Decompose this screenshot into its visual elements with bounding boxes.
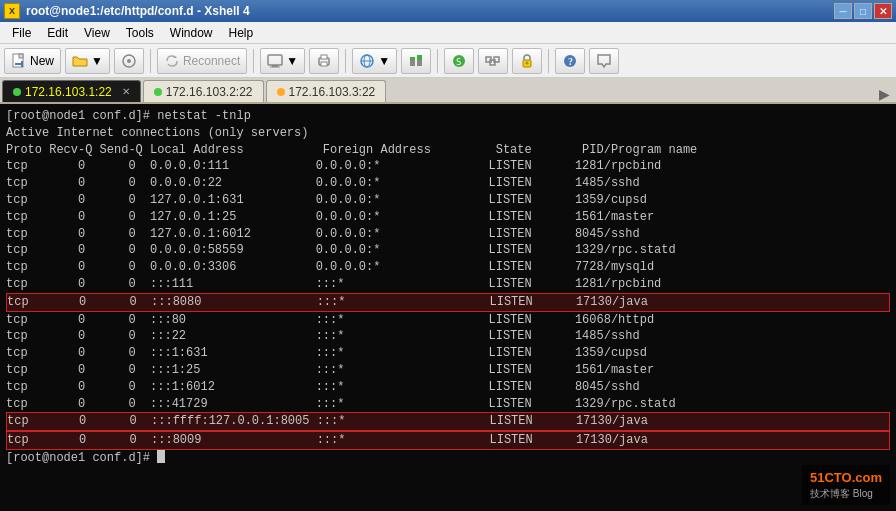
svg-text:S: S [456,57,461,67]
tab-2-label: 172.16.103.2:22 [166,85,253,99]
menu-bar: File Edit View Tools Window Help [0,22,896,44]
folder-icon [72,53,88,69]
screen-arrow: ▼ [286,54,298,68]
menu-edit[interactable]: Edit [39,24,76,42]
terminal-row: tcp 0 0 :::41729 :::* LISTEN 1329/rpc.st… [6,396,890,413]
svg-point-5 [127,59,131,63]
svg-point-25 [526,61,529,64]
toolbar-btn-9[interactable] [512,48,542,74]
network-arrow: ▼ [378,54,390,68]
toolbar-btn-3[interactable]: ▼ [260,48,305,74]
tab-3-label: 172.16.103.3:22 [289,85,376,99]
network-icon [359,53,375,69]
toolbar: New ▼ Reconnect [0,44,896,78]
separator-3 [345,49,346,73]
terminal-row: tcp 0 0 :::1:631 :::* LISTEN 1359/cupsd [6,345,890,362]
chat-icon [596,53,612,69]
print-icon [316,53,332,69]
terminal-row: tcp 0 0 0.0.0.0:22 0.0.0.0:* LISTEN 1485… [6,175,890,192]
separator-4 [437,49,438,73]
svg-rect-18 [417,55,422,60]
lock-icon [519,53,535,69]
screen-icon [267,53,283,69]
separator-1 [150,49,151,73]
toolbar-btn-8[interactable] [478,48,508,74]
icon8 [485,53,501,69]
terminal-row: tcp 0 0 0.0.0.0:58559 0.0.0.0:* LISTEN 1… [6,242,890,259]
reconnect-icon [164,53,180,69]
tab-dot-2 [154,88,162,96]
terminal-row: tcp 0 0 127.0.0.1:6012 0.0.0.0:* LISTEN … [6,226,890,243]
terminal-row: tcp 0 0 :::111 :::* LISTEN 1281/rpcbind [6,276,890,293]
svg-rect-1 [19,54,23,58]
tab-scroll-right[interactable]: ▶ [875,86,894,102]
tab-1[interactable]: 172.16.103.1:22 ✕ [2,80,141,102]
window-title: root@node1:/etc/httpd/conf.d - Xshell 4 [26,4,250,18]
menu-window[interactable]: Window [162,24,221,42]
new-label: New [30,54,54,68]
terminal-row: tcp 0 0 :::22 :::* LISTEN 1485/sshd [6,328,890,345]
terminal-row: tcp 0 0 0.0.0.0:111 0.0.0.0:* LISTEN 128… [6,158,890,175]
terminal-row: tcp 0 0 :::ffff:127.0.0.1:8005 :::* LIST… [6,412,890,431]
icon6 [408,53,424,69]
terminal-row: tcp 0 0 127.0.0.1:25 0.0.0.0:* LISTEN 15… [6,209,890,226]
title-bar: X root@node1:/etc/httpd/conf.d - Xshell … [0,0,896,22]
menu-view[interactable]: View [76,24,118,42]
new-button[interactable]: New [4,48,61,74]
cursor [157,450,165,463]
maximize-button[interactable]: □ [854,3,872,19]
watermark-subtitle: 技术博客 Blog [810,487,882,501]
close-button[interactable]: ✕ [874,3,892,19]
terminal-row: tcp 0 0 127.0.0.1:631 0.0.0.0:* LISTEN 1… [6,192,890,209]
tab-1-label: 172.16.103.1:22 [25,85,112,99]
terminal-row: tcp 0 0 0.0.0.0:3306 0.0.0.0:* LISTEN 77… [6,259,890,276]
question-icon: ? [562,53,578,69]
open-arrow: ▼ [91,54,103,68]
terminal-row: tcp 0 0 :::8080 :::* LISTEN 17130/java [6,293,890,312]
toolbar-btn-6[interactable] [401,48,431,74]
terminal-rows: tcp 0 0 0.0.0.0:111 0.0.0.0:* LISTEN 128… [6,158,890,450]
svg-rect-6 [268,55,282,65]
watermark-site: 51CTO.com [810,469,882,487]
terminal-prompt2: [root@node1 conf.d]# [6,450,890,467]
svg-rect-11 [321,62,327,66]
separator-5 [548,49,549,73]
properties-button[interactable] [114,48,144,74]
app-icon: X [4,3,20,19]
tab-dot-3 [277,88,285,96]
tab-1-close[interactable]: ✕ [122,86,130,97]
tab-3[interactable]: 172.16.103.3:22 [266,80,387,102]
reconnect-label: Reconnect [183,54,240,68]
menu-file[interactable]: File [4,24,39,42]
terminal-header: Proto Recv-Q Send-Q Local Address Foreig… [6,142,890,159]
svg-rect-17 [410,57,415,60]
terminal-line-1: Active Internet connections (only server… [6,125,890,142]
reconnect-button[interactable]: Reconnect [157,48,247,74]
svg-rect-3 [21,61,23,67]
terminal-line-prompt: [root@node1 conf.d]# netstat -tnlp [6,108,890,125]
tab-2[interactable]: 172.16.103.2:22 [143,80,264,102]
icon7: S [451,53,467,69]
new-icon [11,53,27,69]
properties-icon [121,53,137,69]
open-button[interactable]: ▼ [65,48,110,74]
toolbar-btn-4[interactable] [309,48,339,74]
watermark: 51CTO.com 技术博客 Blog [802,465,890,505]
terminal-row: tcp 0 0 :::1:25 :::* LISTEN 1561/master [6,362,890,379]
minimize-button[interactable]: ─ [834,3,852,19]
terminal[interactable]: [root@node1 conf.d]# netstat -tnlp Activ… [0,104,896,511]
terminal-row: tcp 0 0 :::8009 :::* LISTEN 17130/java [6,431,890,450]
toolbar-btn-10[interactable]: ? [555,48,585,74]
svg-text:?: ? [568,56,573,67]
svg-rect-10 [321,55,327,59]
toolbar-btn-11[interactable] [589,48,619,74]
menu-tools[interactable]: Tools [118,24,162,42]
terminal-row: tcp 0 0 :::1:6012 :::* LISTEN 8045/sshd [6,379,890,396]
menu-help[interactable]: Help [221,24,262,42]
separator-2 [253,49,254,73]
toolbar-btn-5[interactable]: ▼ [352,48,397,74]
svg-rect-23 [494,57,499,62]
toolbar-btn-7[interactable]: S [444,48,474,74]
tab-bar: 172.16.103.1:22 ✕ 172.16.103.2:22 172.16… [0,78,896,104]
tab-dot-1 [13,88,21,96]
